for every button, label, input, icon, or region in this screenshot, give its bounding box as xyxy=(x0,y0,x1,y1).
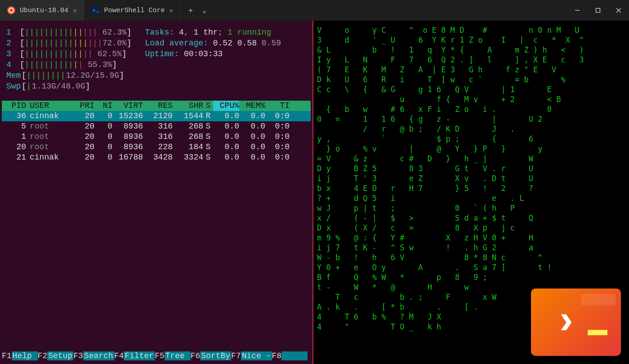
fn-key[interactable]: F4Filter xyxy=(114,351,155,360)
cursor-icon xyxy=(588,330,607,335)
mem-meter: Mem[||||||||12.2G/15.9G] xyxy=(6,70,131,81)
maximize-button[interactable] xyxy=(588,0,608,21)
table-row[interactable]: 21cinnak2001678834283324S0.00.00:0 xyxy=(2,152,311,163)
fn-key[interactable]: F7Nice - xyxy=(231,351,272,360)
table-row[interactable]: 36cinnak2001523621201544R0.00.00:0 xyxy=(2,111,311,121)
cmatrix-pane[interactable]: V o y C ^ o E 8 M D # n 0 n M U 3 d ' _ … xyxy=(313,21,629,364)
windows-terminal-logo: › xyxy=(531,289,621,356)
table-header[interactable]: PID USER PRI NI VIRT RES SHR S CPU% MEM%… xyxy=(2,101,311,111)
powershell-icon: ＞_ xyxy=(91,6,99,14)
cpu-meter: 3 [|||||||||||||| 62.5%] xyxy=(6,49,131,59)
new-tab-button[interactable]: ＋ xyxy=(187,6,194,15)
table-row[interactable]: 20root2008936228184S0.00.00:0 xyxy=(2,142,311,152)
close-button[interactable] xyxy=(608,0,629,21)
fn-key[interactable]: F2Setup xyxy=(38,351,74,360)
cpu-meter: 1 [||||||||||||||| 62.3%] xyxy=(6,27,131,38)
minimize-button[interactable] xyxy=(567,0,588,21)
fn-key[interactable]: F6SortBy xyxy=(191,351,231,360)
close-icon[interactable]: ✕ xyxy=(170,7,173,14)
cpu-meters: 1 [||||||||||||||| 62.3%]2 [||||||||||||… xyxy=(6,27,131,92)
system-stats: Tasks: 4, 1 thr; 1 running Load average:… xyxy=(145,27,281,92)
function-keys: F1Help F2SetupF3SearchF4FilterF5Tree F6S… xyxy=(2,351,311,360)
process-table: PID USER PRI NI VIRT RES SHR S CPU% MEM%… xyxy=(2,101,311,163)
tab-label: Ubuntu-18.04 xyxy=(20,7,68,14)
close-icon[interactable]: ✕ xyxy=(73,7,76,14)
swp-meter: Swp[|1.13G/48.0G] xyxy=(6,81,131,92)
tab-ubuntu[interactable]: Ubuntu-18.04 ✕ xyxy=(0,0,84,21)
table-row[interactable]: 1root2008936316268S0.00.00:0 xyxy=(2,132,311,142)
cpu-meter: 4 [|||||||||||| 55.3%] xyxy=(6,59,131,70)
tab-label: PowerShell Core xyxy=(104,7,165,14)
fn-key[interactable]: F1Help xyxy=(2,351,38,360)
tab-dropdown-icon[interactable]: ⌄ xyxy=(202,6,207,15)
fn-key[interactable]: F5Tree xyxy=(155,351,191,360)
titlebar: Ubuntu-18.04 ✕ ＞_ PowerShell Core ✕ ＋ ⌄ xyxy=(0,0,629,21)
tabs: Ubuntu-18.04 ✕ ＞_ PowerShell Core ✕ ＋ ⌄ xyxy=(0,0,207,21)
tab-powershell[interactable]: ＞_ PowerShell Core ✕ xyxy=(84,0,180,21)
fn-key[interactable]: F3Search xyxy=(73,351,114,360)
chevron-right-icon: › xyxy=(554,299,578,345)
htop-pane[interactable]: 1 [||||||||||||||| 62.3%]2 [||||||||||||… xyxy=(0,21,313,364)
ubuntu-icon xyxy=(7,6,15,14)
cpu-meter: 2 [||||||||||||||||72.0%] xyxy=(6,38,131,49)
table-row[interactable]: 5root2008936316268S0.00.00:0 xyxy=(2,121,311,132)
svg-rect-1 xyxy=(596,9,600,13)
fn-key[interactable]: F8 xyxy=(272,351,308,360)
window-controls xyxy=(567,0,629,21)
